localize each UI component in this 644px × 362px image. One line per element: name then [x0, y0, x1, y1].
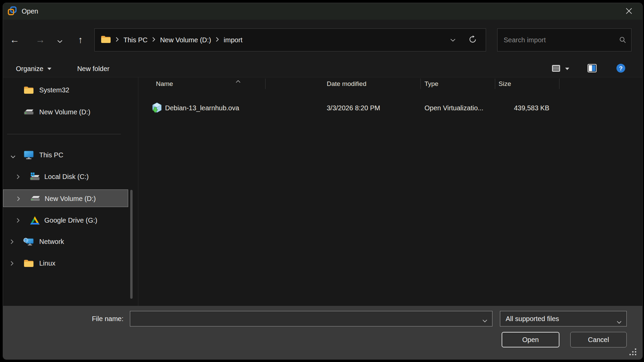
network-icon: [23, 233, 35, 250]
file-name-label: File name:: [3, 311, 123, 326]
main-area: System32 New Volume (D:): [3, 77, 642, 306]
new-folder-button[interactable]: New folder: [75, 65, 112, 73]
chevron-right-icon[interactable]: [17, 174, 20, 181]
sidebar-item-this-pc[interactable]: This PC: [3, 146, 132, 164]
sidebar-section-divider: [7, 134, 121, 134]
column-separator[interactable]: [265, 78, 266, 89]
column-header-name[interactable]: Name: [156, 77, 173, 90]
address-bar[interactable]: This PC New Volume (D:) import: [94, 28, 486, 51]
file-name-input[interactable]: [130, 311, 492, 326]
toolbar: Organize New folder ?: [3, 60, 642, 77]
file-type-select[interactable]: All supported files: [500, 311, 627, 326]
breadcrumb-separator-icon: [216, 37, 219, 43]
drive-icon: [29, 190, 41, 207]
drive-icon: [23, 103, 35, 121]
sidebar-item-system32[interactable]: System32: [3, 81, 132, 99]
search-box: [497, 28, 631, 51]
new-folder-label: New folder: [77, 65, 110, 73]
refresh-icon[interactable]: [468, 35, 477, 45]
file-size: 439,583 KB: [497, 100, 549, 116]
file-name-combo: [130, 311, 492, 326]
file-date-modified: 3/3/2026 8:20 PM: [327, 100, 380, 116]
chevron-down-icon: [617, 318, 622, 325]
change-view-button[interactable]: [550, 64, 571, 73]
folder-icon: [101, 35, 111, 45]
arrow-left-icon: ←: [10, 35, 19, 45]
sidebar-item-new-volume-quick[interactable]: New Volume (D:): [3, 103, 132, 121]
resize-grip[interactable]: [629, 348, 637, 357]
breadcrumb-import[interactable]: import: [224, 36, 243, 44]
organize-button[interactable]: Organize: [14, 65, 53, 73]
chevron-right-icon[interactable]: [17, 196, 20, 203]
windows-drive-icon: [29, 168, 41, 185]
file-type: Open Virtualizatio...: [424, 100, 483, 116]
column-header-type[interactable]: Type: [424, 77, 438, 90]
file-list: Name Date modified Type Size Debian-13_l…: [138, 77, 642, 306]
sidebar: System32 New Volume (D:): [3, 77, 138, 306]
sidebar-item-label: This PC: [39, 146, 63, 164]
breadcrumb-new-volume-d[interactable]: New Volume (D:): [160, 36, 211, 44]
sidebar-scrollbar[interactable]: [130, 190, 133, 299]
open-dialog-window: Open ← → ↑ This PC New Volume (D:) impor…: [3, 3, 643, 360]
arrow-up-icon: ↑: [78, 35, 83, 45]
title-bar: Open: [3, 3, 642, 20]
recent-locations-button[interactable]: [55, 32, 65, 47]
this-pc-monitor-icon: [23, 146, 35, 164]
preview-pane-button[interactable]: [585, 64, 599, 74]
sidebar-item-local-disk-c[interactable]: Local Disk (C:): [3, 168, 132, 185]
chevron-right-icon[interactable]: [10, 239, 14, 246]
back-button[interactable]: ←: [8, 32, 21, 47]
column-header-date-modified[interactable]: Date modified: [327, 77, 366, 90]
ova-cube-download-icon: [151, 102, 163, 115]
chevron-down-icon[interactable]: [482, 318, 487, 324]
preview-pane-icon: [588, 64, 597, 73]
help-button[interactable]: ?: [614, 63, 627, 74]
close-button[interactable]: [621, 4, 636, 19]
up-button[interactable]: ↑: [74, 32, 87, 47]
breadcrumb-this-pc[interactable]: This PC: [123, 36, 147, 44]
sidebar-item-new-volume-d[interactable]: New Volume (D:): [3, 189, 128, 207]
vmware-app-icon: [8, 6, 17, 17]
open-button[interactable]: Open: [502, 332, 559, 347]
sidebar-item-linux[interactable]: Linux: [3, 254, 132, 272]
folder-icon: [23, 81, 35, 99]
column-separator[interactable]: [559, 78, 559, 89]
chevron-down-icon[interactable]: [10, 154, 16, 160]
column-header-size[interactable]: Size: [499, 77, 511, 90]
google-drive-icon: [29, 211, 41, 229]
chevron-down-icon: [57, 35, 63, 45]
breadcrumb-separator-icon: [152, 37, 155, 43]
sidebar-item-label: Network: [39, 233, 64, 250]
column-separator[interactable]: [495, 78, 495, 89]
sort-ascending-icon: [236, 78, 240, 84]
search-icon: [619, 37, 626, 45]
sidebar-item-label: System32: [39, 81, 69, 99]
sidebar-item-label: Linux: [39, 254, 55, 272]
sidebar-item-label: Local Disk (C:): [44, 168, 89, 185]
svg-text:?: ?: [619, 65, 622, 72]
forward-button[interactable]: →: [33, 32, 47, 47]
chevron-right-icon[interactable]: [17, 218, 20, 224]
caret-down-icon: [565, 68, 569, 70]
help-icon: ?: [616, 64, 625, 74]
window-title: Open: [22, 7, 38, 15]
folder-icon: [23, 254, 35, 272]
file-name: Debian-13_learnhub.ova: [165, 100, 239, 116]
sidebar-item-label: New Volume (D:): [45, 190, 96, 207]
sidebar-item-label: Google Drive (G:): [44, 211, 97, 229]
sidebar-item-network[interactable]: Network: [3, 233, 132, 250]
navigation-bar: ← → ↑ This PC New Volume (D:) import: [3, 20, 642, 60]
sidebar-item-google-drive[interactable]: Google Drive (G:): [3, 211, 132, 229]
chevron-right-icon[interactable]: [10, 261, 14, 267]
address-dropdown-chevron-icon[interactable]: [450, 37, 456, 43]
footer-bar: File name: All supported files Open Canc…: [3, 306, 642, 359]
close-icon: [626, 8, 632, 15]
cancel-button[interactable]: Cancel: [570, 332, 627, 347]
caret-down-icon: [47, 68, 51, 70]
file-row-debian-ova[interactable]: Debian-13_learnhub.ova 3/3/2026 8:20 PM …: [138, 100, 642, 116]
toolbar-right-group: ?: [550, 63, 642, 74]
search-input[interactable]: [498, 29, 631, 51]
arrow-right-icon: →: [36, 35, 45, 45]
column-separator[interactable]: [420, 78, 421, 89]
file-type-value: All supported files: [506, 315, 559, 323]
